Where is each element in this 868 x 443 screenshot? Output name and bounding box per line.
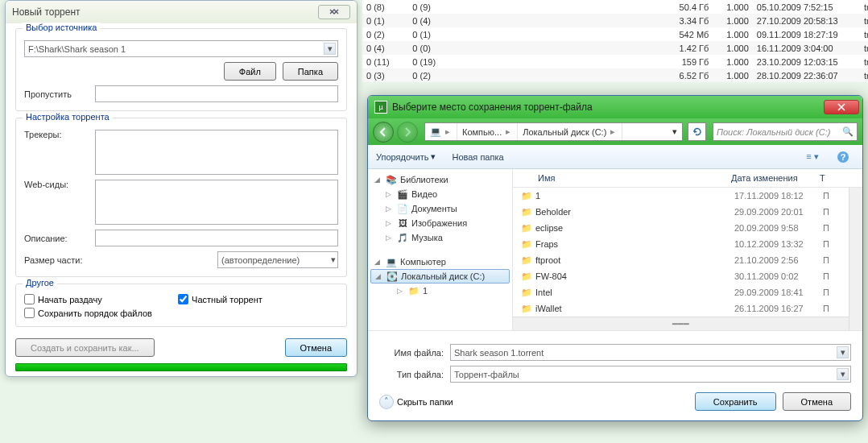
filetype-select[interactable]: Торрент-файлы ▾ <box>450 366 851 383</box>
arrow-right-icon <box>402 126 413 138</box>
forward-button[interactable] <box>397 122 418 143</box>
breadcrumb[interactable]: 💻▸ Компью...▸ Локальный диск (C:)▸ ▾ <box>424 122 683 141</box>
source-path-combo[interactable]: F:\Shark\Shark season 1 ▾ <box>24 40 338 57</box>
folder-icon: 📁 <box>521 191 535 201</box>
filename-value: Shark season 1.torrent <box>454 348 544 358</box>
search-input[interactable]: Поиск: Локальный диск (C:) 🔍 <box>713 122 858 141</box>
webseeds-input[interactable] <box>95 180 338 225</box>
folder-icon: 📁 <box>521 271 535 282</box>
skip-input[interactable] <box>95 85 338 102</box>
settings-legend: Настройка торрента <box>23 112 113 122</box>
settings-fieldset: Настройка торрента Трекеры: Web-сиды: Оп… <box>15 118 347 277</box>
organize-button[interactable]: Упорядочить ▾ <box>376 151 436 162</box>
table-row[interactable]: 0 (3)0 (2)6.52 Гб1.00028.10.2009 22:36:0… <box>362 68 868 82</box>
table-row[interactable]: 0 (11)0 (19)159 Гб1.00023.10.2009 12:03:… <box>362 55 868 68</box>
list-item[interactable]: 📁Beholder29.09.2009 20:01П <box>513 204 862 220</box>
file-list-header[interactable]: Имя Дата изменения Т <box>513 169 862 188</box>
close-button[interactable] <box>318 5 350 19</box>
table-row[interactable]: 0 (8)0 (9)50.4 Гб1.00005.10.2009 7:52:15… <box>362 0 868 14</box>
progress-bar <box>15 363 347 371</box>
tree-disk-c[interactable]: ◢💽Локальный диск (C:) <box>370 269 510 284</box>
source-legend: Выбор источника <box>23 23 100 32</box>
horizontal-scrollbar[interactable]: ━━━ <box>513 317 849 330</box>
tree-computer[interactable]: ◢💻Компьютер <box>368 255 512 269</box>
list-item[interactable]: 📁FW-80430.11.2009 0:02П <box>513 268 862 284</box>
file-button[interactable]: Файл <box>224 62 276 81</box>
trackers-input[interactable] <box>95 130 338 175</box>
utorrent-icon: µ <box>374 101 387 114</box>
chevron-up-icon: ˄ <box>379 395 394 409</box>
cancel-button[interactable]: Отмена <box>783 392 851 411</box>
breadcrumb-icon[interactable]: 💻▸ <box>425 123 457 140</box>
vertical-scrollbar[interactable] <box>849 188 862 330</box>
refresh-icon <box>692 126 703 138</box>
save-button[interactable]: Сохранить <box>695 392 776 411</box>
folder-icon: 📁 <box>521 255 535 266</box>
cancel-button[interactable]: Отмена <box>285 338 347 357</box>
refresh-button[interactable] <box>688 122 706 141</box>
tree-videos[interactable]: ▷🎬Видео <box>368 187 512 201</box>
breadcrumb-item[interactable]: Компью...▸ <box>457 123 518 140</box>
description-label: Описание: <box>24 234 89 243</box>
folder-icon: 📁 <box>521 288 535 298</box>
piece-size-select[interactable]: (автоопределение) ▾ <box>217 251 338 268</box>
preserve-order-label: Сохранить порядок файлов <box>38 308 152 318</box>
column-name[interactable]: Имя <box>533 173 726 183</box>
tree-libraries[interactable]: ◢📚Библиотеки <box>368 172 512 187</box>
save-as-button[interactable]: Создать и сохранить как... <box>15 338 155 357</box>
dialog-titlebar: Новый торрент <box>6 1 357 23</box>
chevron-down-icon: ▾ <box>324 43 336 55</box>
navigation-bar: 💻▸ Компью...▸ Локальный диск (C:)▸ ▾ Пои… <box>368 118 862 145</box>
tree-music[interactable]: ▷🎵Музыка <box>368 230 512 245</box>
chevron-down-icon[interactable]: ▾ <box>668 123 682 140</box>
list-item[interactable]: 📁Intel29.09.2009 18:41П <box>513 284 862 300</box>
start-seeding-label: Начать раздачу <box>38 295 102 304</box>
table-row[interactable]: 0 (1)0 (4)3.34 Гб1.00027.10.2009 20:58:1… <box>362 14 868 27</box>
view-options-button[interactable]: ≡ ▾ <box>801 149 824 165</box>
preserve-order-checkbox[interactable] <box>24 308 35 318</box>
hide-folders-button[interactable]: ˄ Скрыть папки <box>379 395 453 409</box>
description-input[interactable] <box>95 230 338 246</box>
column-type[interactable]: Т <box>815 173 830 183</box>
filename-label: Имя файла: <box>379 348 444 358</box>
list-item[interactable]: 📁Fraps10.12.2009 13:32П <box>513 236 862 252</box>
start-seeding-checkbox[interactable] <box>24 294 35 304</box>
folder-icon: 📁 <box>521 239 535 250</box>
dialog-titlebar: µ Выберите место сохранения торрент-файл… <box>368 96 862 118</box>
folder-icon: 📁 <box>521 304 535 314</box>
column-date[interactable]: Дата изменения <box>726 173 815 183</box>
tree-documents[interactable]: ▷📄Документы <box>368 201 512 216</box>
other-fieldset: Другое Начать раздачу Частный торрент Со… <box>15 284 347 327</box>
arrow-left-icon <box>378 126 389 138</box>
breadcrumb-item[interactable]: Локальный диск (C:)▸ <box>518 123 622 140</box>
svg-text:?: ? <box>841 152 846 162</box>
folder-button[interactable]: Папка <box>283 62 338 81</box>
folder-icon: 📁 <box>521 207 535 217</box>
private-torrent-checkbox[interactable] <box>178 294 188 304</box>
close-button[interactable] <box>824 100 859 114</box>
list-item[interactable]: 📁iWallet26.11.2009 16:27П <box>513 300 862 317</box>
tree-folder-1[interactable]: ▷📁1 <box>368 284 512 298</box>
chevron-down-icon: ▾ <box>431 151 436 162</box>
filetype-label: Тип файла: <box>379 370 444 379</box>
table-row[interactable]: 0 (4)0 (0)1.42 Гб1.00016.11.2009 3:04:00… <box>362 41 868 55</box>
toolbar: Упорядочить ▾ Новая папка ≡ ▾ ? <box>368 145 862 169</box>
help-button[interactable]: ? <box>832 149 854 165</box>
back-button[interactable] <box>373 122 394 143</box>
save-file-dialog: µ Выберите место сохранения торрент-файл… <box>367 95 863 421</box>
piece-size-value: (автоопределение) <box>221 255 300 265</box>
source-path-value: F:\Shark\Shark season 1 <box>28 44 126 54</box>
filename-input[interactable]: Shark season 1.torrent ▾ <box>450 344 851 361</box>
dialog-title: Новый торрент <box>12 6 318 18</box>
file-list: Имя Дата изменения Т 📁117.11.2009 18:12П… <box>513 169 862 330</box>
other-legend: Другое <box>23 278 57 288</box>
help-icon: ? <box>837 151 849 164</box>
list-item[interactable]: 📁eclipse20.09.2009 9:58П <box>513 220 862 236</box>
list-item[interactable]: 📁117.11.2009 18:12П <box>513 188 862 204</box>
new-folder-button[interactable]: Новая папка <box>452 152 503 162</box>
tree-images[interactable]: ▷🖼Изображения <box>368 216 512 230</box>
webseeds-label: Web-сиды: <box>24 180 89 189</box>
table-row[interactable]: 0 (2)0 (1)542 Мб1.00009.11.2009 18:27:19… <box>362 27 868 41</box>
folder-tree[interactable]: ◢📚Библиотеки ▷🎬Видео ▷📄Документы ▷🖼Изобр… <box>368 169 513 330</box>
list-item[interactable]: 📁ftproot21.10.2009 2:56П <box>513 252 862 268</box>
